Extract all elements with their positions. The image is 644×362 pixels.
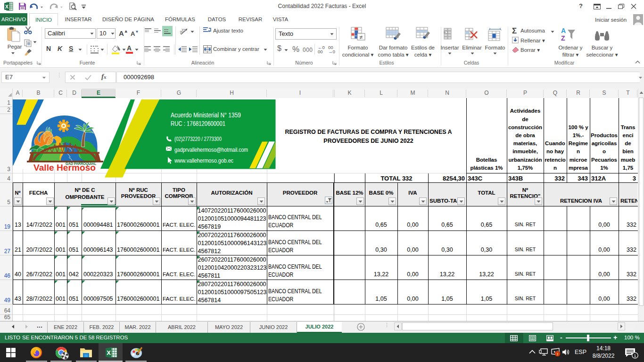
svg-text:RUC : 1768120600001: RUC : 1768120600001 xyxy=(171,120,225,127)
svg-text:A: A xyxy=(561,27,566,34)
svg-text:(02)2773220 / 2773300: (02)2773220 / 2773300 xyxy=(174,136,222,142)
svg-text:ab: ab xyxy=(180,27,187,35)
svg-text:X: X xyxy=(107,349,111,356)
svg-text:≠: ≠ xyxy=(360,34,363,41)
svg-text:Z: Z xyxy=(561,34,565,42)
svg-text:gadprvallehermoso@hotmail.com: gadprvallehermoso@hotmail.com xyxy=(174,147,248,153)
svg-text:!: ! xyxy=(557,352,558,356)
svg-text:www.vallehermoso.gob.ec: www.vallehermoso.gob.ec xyxy=(174,157,233,164)
svg-text:Acuerdo Ministerial N° 1359: Acuerdo Ministerial N° 1359 xyxy=(171,111,241,119)
svg-text:Valle Hermoso: Valle Hermoso xyxy=(33,163,96,173)
svg-text:1: 1 xyxy=(634,353,636,358)
